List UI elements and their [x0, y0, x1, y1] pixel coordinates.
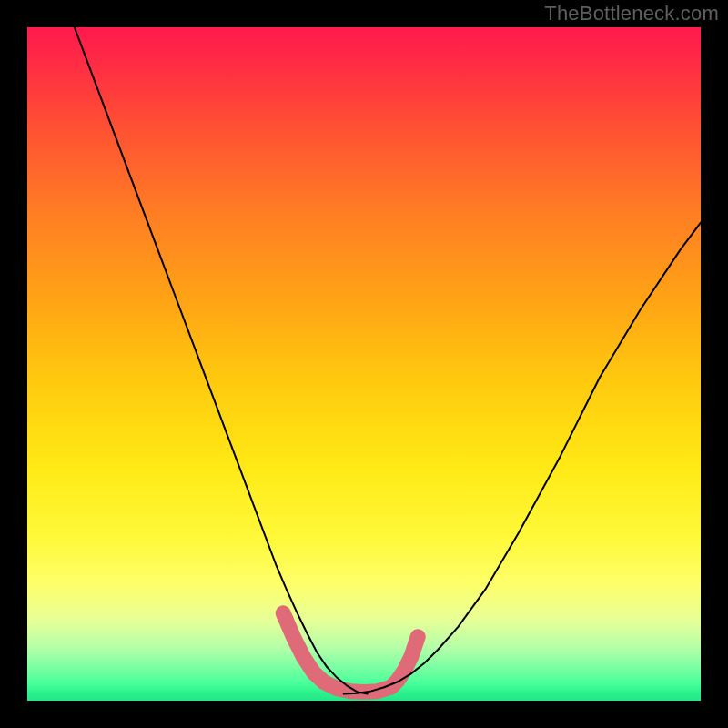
chart-frame: TheBottleneck.com: [0, 0, 728, 728]
bottleneck-plot: [27, 27, 701, 701]
watermark-text: TheBottleneck.com: [544, 2, 719, 25]
curve-right-branch: [344, 223, 701, 694]
curve-left-branch: [75, 27, 368, 694]
